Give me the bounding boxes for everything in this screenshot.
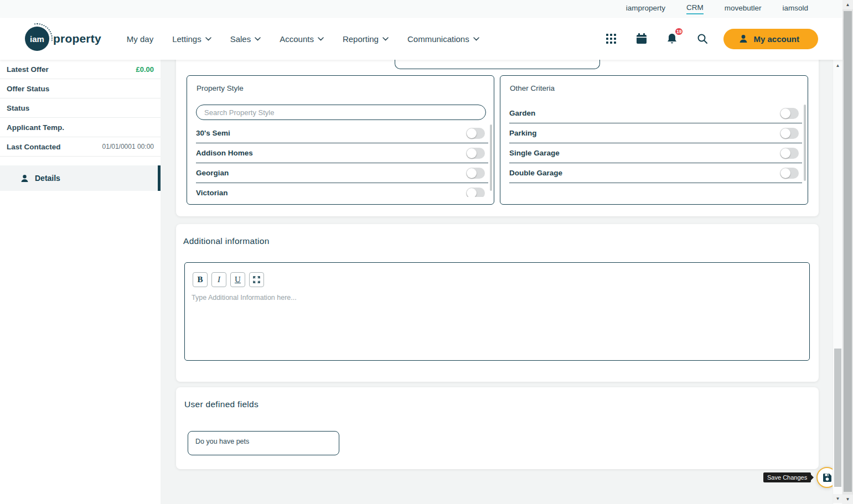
other-criteria-panel: Other Criteria Garden Parking Single Gar… bbox=[500, 75, 808, 205]
nav-lettings[interactable]: Lettings bbox=[172, 34, 211, 44]
search-icon[interactable] bbox=[693, 29, 712, 48]
scroll-down-arrow[interactable]: ▼ bbox=[842, 495, 853, 504]
toggle-garden[interactable] bbox=[780, 108, 799, 119]
list-item: Single Garage bbox=[509, 143, 802, 163]
italic-icon: I bbox=[218, 275, 220, 284]
property-style-title: Property Style bbox=[197, 84, 244, 92]
my-account-button[interactable]: My account bbox=[723, 29, 818, 49]
toggle-double-garage[interactable] bbox=[780, 168, 799, 179]
logo-wordmark: property bbox=[53, 32, 101, 45]
toggle-single-garage[interactable] bbox=[780, 148, 799, 159]
list-item: Addison Homes bbox=[196, 143, 488, 163]
underline-icon: U bbox=[235, 275, 241, 284]
property-style-search-input[interactable] bbox=[196, 105, 486, 120]
product-switcher-bar: iamproperty CRM movebutler iamsold bbox=[0, 0, 842, 18]
other-criteria-title: Other Criteria bbox=[510, 84, 555, 92]
chevron-down-icon bbox=[382, 37, 389, 41]
user-defined-fields-heading: User defined fields bbox=[184, 399, 259, 409]
expand-button[interactable] bbox=[249, 272, 264, 287]
save-area: Save Changes bbox=[763, 467, 838, 488]
toggle-victorian[interactable] bbox=[466, 188, 485, 198]
toplink-iamproperty[interactable]: iamproperty bbox=[626, 4, 665, 14]
list-item: Georgian bbox=[196, 163, 488, 183]
sidebar-row-status: Status bbox=[0, 98, 161, 118]
udf-field-do-you-have-pets[interactable]: Do you have pets bbox=[188, 431, 339, 455]
notification-count-badge: 19 bbox=[674, 27, 684, 36]
notifications-bell-icon[interactable]: 19 bbox=[663, 29, 681, 48]
toplink-movebutler[interactable]: movebutler bbox=[725, 4, 762, 14]
list-item: Garden bbox=[509, 103, 802, 123]
scrollbar-thumb[interactable] bbox=[844, 11, 852, 492]
list-item: Victorian bbox=[196, 183, 488, 197]
expand-icon bbox=[253, 276, 260, 283]
scroll-up-arrow[interactable]: ▲ bbox=[833, 61, 842, 70]
list-item: Double Garage bbox=[509, 163, 802, 183]
additional-information-heading: Additional information bbox=[183, 236, 270, 246]
nav-reporting[interactable]: Reporting bbox=[343, 34, 389, 44]
list-item: 30's Semi bbox=[196, 123, 488, 143]
nav-communications[interactable]: Communications bbox=[407, 34, 479, 44]
sidebar-row-latest-offer: Latest Offer £0.00 bbox=[0, 60, 161, 79]
sidebar-row-last-contacted: Last Contacted 01/01/0001 00:00 bbox=[0, 137, 161, 157]
property-style-list: 30's Semi Addison Homes Georgian Victori… bbox=[196, 123, 488, 197]
toggle-parking[interactable] bbox=[780, 128, 799, 139]
main-header: iam property My day Lettings Sales Accou… bbox=[0, 18, 842, 60]
save-tooltip: Save Changes bbox=[763, 472, 811, 482]
additional-information-editor: B I U Type Additional Information here..… bbox=[184, 262, 810, 361]
other-criteria-list: Garden Parking Single Garage Double Gara… bbox=[509, 103, 802, 184]
user-defined-fields-card: User defined fields Do you have pets bbox=[176, 387, 819, 469]
user-icon bbox=[20, 174, 29, 183]
criteria-card: Property Style 30's Semi Addison Homes G… bbox=[176, 54, 819, 216]
editor-toolbar: B I U bbox=[193, 272, 264, 287]
scroll-down-arrow[interactable]: ▼ bbox=[833, 494, 842, 503]
content-scrollbar: ▲ ▼ bbox=[833, 60, 842, 504]
toggle-georgian[interactable] bbox=[466, 168, 485, 179]
nav-sales[interactable]: Sales bbox=[230, 34, 261, 44]
chevron-down-icon bbox=[255, 37, 261, 41]
save-disk-icon bbox=[823, 473, 832, 482]
record-sidebar: Latest Offer £0.00 Offer Status Status A… bbox=[0, 60, 161, 504]
property-style-panel: Property Style 30's Semi Addison Homes G… bbox=[187, 75, 494, 205]
last-contacted-value: 01/01/0001 00:00 bbox=[102, 143, 154, 150]
bold-button[interactable]: B bbox=[193, 272, 208, 287]
browser-scrollbar: ▲ ▼ bbox=[842, 0, 853, 504]
toplink-crm[interactable]: CRM bbox=[686, 3, 704, 14]
toggle-30s-semi[interactable] bbox=[466, 128, 485, 139]
underline-button[interactable]: U bbox=[230, 272, 245, 287]
sidebar-item-details[interactable]: Details bbox=[0, 165, 161, 191]
nav-accounts[interactable]: Accounts bbox=[280, 34, 324, 44]
iamproperty-logo[interactable]: iam property bbox=[25, 27, 101, 51]
list-item: Parking bbox=[509, 123, 802, 143]
toggle-addison-homes[interactable] bbox=[466, 148, 485, 159]
scrollbar-thumb[interactable] bbox=[834, 349, 841, 487]
details-content: Property Style 30's Semi Addison Homes G… bbox=[161, 60, 833, 504]
italic-button[interactable]: I bbox=[211, 272, 226, 287]
additional-information-card: Additional information B I U Type Additi… bbox=[176, 224, 819, 382]
editor-text-area[interactable] bbox=[186, 290, 808, 359]
nav-my-day[interactable]: My day bbox=[127, 34, 153, 44]
toplink-iamsold[interactable]: iamsold bbox=[782, 4, 808, 14]
calendar-icon[interactable] bbox=[632, 29, 651, 48]
chevron-down-icon bbox=[473, 37, 479, 41]
bold-icon: B bbox=[197, 275, 203, 284]
chevron-down-icon bbox=[205, 37, 211, 41]
apps-grid-icon[interactable] bbox=[602, 29, 621, 48]
sidebar-row-applicant-temp: Applicant Temp. bbox=[0, 118, 161, 137]
user-icon bbox=[739, 34, 748, 43]
crm-screen: iamproperty CRM movebutler iamsold iam p… bbox=[0, 0, 853, 504]
scroll-up-arrow[interactable]: ▲ bbox=[842, 0, 853, 9]
list-scrollbar[interactable] bbox=[490, 124, 492, 191]
latest-offer-value: £0.00 bbox=[136, 65, 154, 74]
main-nav: My day Lettings Sales Accounts Reporting… bbox=[127, 34, 479, 44]
header-actions: 19 My account bbox=[602, 29, 818, 49]
clipped-input-field[interactable] bbox=[395, 60, 600, 69]
chevron-down-icon bbox=[318, 37, 324, 41]
logo-circle: iam bbox=[25, 27, 49, 51]
list-scrollbar[interactable] bbox=[804, 105, 806, 181]
sidebar-row-offer-status: Offer Status bbox=[0, 79, 161, 98]
